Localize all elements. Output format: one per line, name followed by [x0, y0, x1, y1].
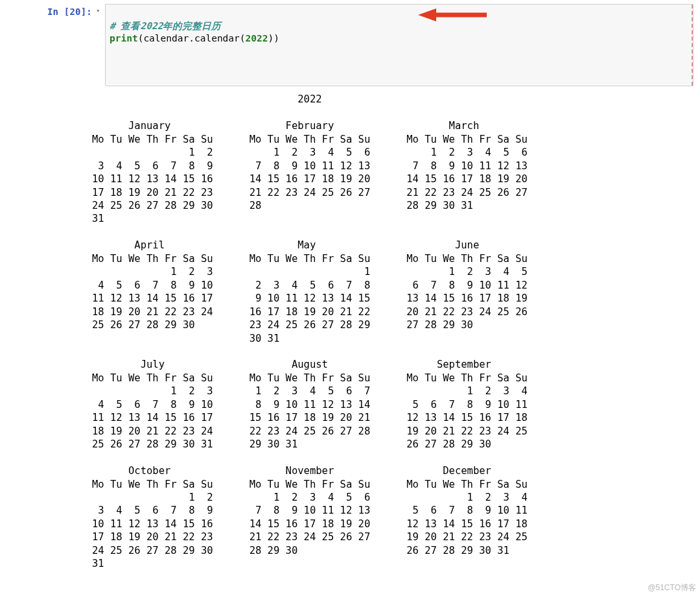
- output-area: 2022 January February March Mo Tu We Th …: [0, 86, 700, 570]
- code-print: print: [110, 33, 138, 43]
- code-comment: # 查看2022年的完整日历: [110, 21, 221, 31]
- code-input[interactable]: # 查看2022年的完整日历 print(calendar.calendar(2…: [105, 4, 694, 86]
- input-prompt: In [20]:: [0, 4, 96, 17]
- calendar-output: 2022 January February March Mo Tu We Th …: [92, 93, 700, 570]
- annotation-arrow-icon: [417, 8, 488, 30]
- run-cell-icon[interactable]: ▾: [96, 4, 105, 15]
- cell-right-edge: [690, 5, 693, 86]
- code-cell: In [20]: ▾ # 查看2022年的完整日历 print(calendar…: [0, 0, 700, 86]
- svg-marker-1: [418, 8, 436, 21]
- notebook-container: In [20]: ▾ # 查看2022年的完整日历 print(calendar…: [0, 0, 700, 596]
- watermark: @51CTO博客: [648, 582, 696, 593]
